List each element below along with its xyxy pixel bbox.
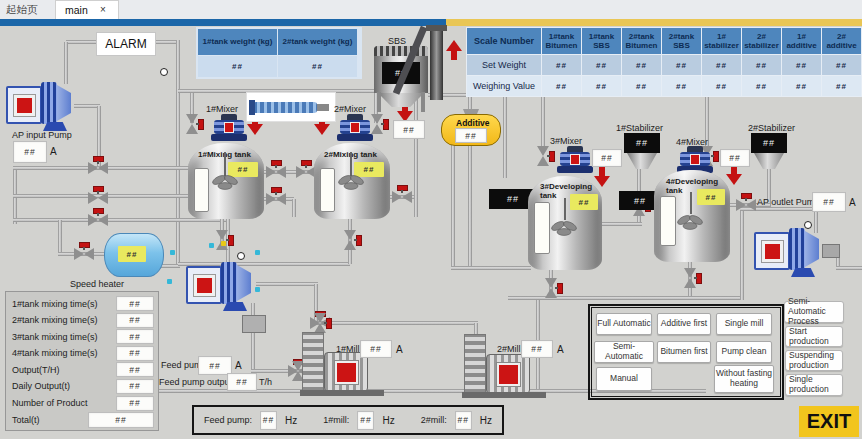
stats-panel: 1#tank mixing time(s)## 2#tank mixing ti… (5, 291, 159, 431)
mill2-value: ## (521, 340, 553, 358)
set-weight-value[interactable]: ## (622, 55, 661, 75)
weight-header: 2#tank weight (kg) (278, 29, 357, 55)
stats-label: 1#tank mixing time(s) (12, 299, 98, 309)
scale-col: 1#tank SBS (582, 28, 621, 54)
valve-icon (314, 313, 326, 333)
set-weight-value[interactable]: ## (742, 55, 781, 75)
indicator-dot (255, 250, 260, 255)
feed-pump-unit: A (235, 360, 242, 371)
mixer1-label: 1#Mixer (206, 104, 238, 114)
mixing-tank2-level (320, 168, 335, 212)
mode-pump-clean-button[interactable]: Pump clean (716, 341, 772, 363)
pipe (503, 95, 507, 178)
arrow-down-icon (726, 165, 742, 185)
stats-row: Total(t)## (12, 413, 154, 427)
indicator-dot (255, 287, 260, 292)
conveyor-column (430, 28, 443, 100)
scale-table: Scale Number 1#tank Bitumen 1#tank SBS 2… (466, 27, 862, 97)
side-start-production-button[interactable]: Start production (785, 326, 843, 347)
ap-input-pump-unit: A (50, 146, 57, 157)
exit-button[interactable]: EXIT (799, 406, 859, 437)
mill1-value: ## (360, 340, 392, 358)
mode-without-fasting-heating-button[interactable]: Without fasting heating (714, 365, 774, 393)
set-weight-value[interactable]: ## (822, 55, 861, 75)
mixer2-label: 2#Mixer (334, 104, 366, 114)
developing-tank3-display: ## (570, 194, 598, 210)
mode-full-automatic-button[interactable]: Full Automatic (596, 313, 652, 335)
weighing-value: ## (622, 76, 661, 96)
side-single-production-button[interactable]: Single production (785, 374, 843, 396)
ap-input-pump-value: ## (13, 141, 47, 163)
mode-additive-first-button[interactable]: Additive first (657, 313, 711, 335)
stats-row: 3#tank mixing time(s)## (12, 330, 154, 343)
side-suspending-production-button[interactable]: Suspending production (785, 350, 843, 371)
propeller-icon (212, 172, 238, 192)
tab-main[interactable]: main × (55, 0, 119, 20)
pipe (292, 199, 296, 217)
weighing-value: ## (662, 76, 701, 96)
scale-col: 1# stabilizer (702, 28, 741, 54)
stats-value: ## (116, 396, 154, 411)
set-weight-value[interactable]: ## (702, 55, 741, 75)
set-weight-value[interactable]: ## (582, 55, 621, 75)
feed-pump-output-unit: T/h (259, 377, 272, 387)
screw-conveyor-image (246, 92, 336, 122)
ap-outlet-pump-unit: A (849, 197, 856, 208)
status-dot (160, 68, 168, 76)
sbs-hopper-grille (374, 46, 428, 56)
valve-icon (392, 191, 412, 203)
freq-label: 1#mill: (323, 415, 349, 425)
alarm-button[interactable]: ALARM (96, 32, 156, 56)
developing-tank4-display: ## (697, 189, 725, 205)
pipe (836, 266, 862, 270)
screw-body (253, 102, 317, 113)
set-weight-value[interactable]: ## (542, 55, 581, 75)
scale-col: 1#tank Bitumen (542, 28, 581, 54)
tab-home[interactable]: 起始页 (6, 3, 38, 17)
freq-value: ## (357, 411, 374, 430)
mill1-unit: A (396, 344, 403, 355)
stats-row: Number of Product## (12, 397, 154, 410)
side-semi-automatic-process-button[interactable]: Semi-Automatic Process (784, 301, 844, 323)
arrow-up-icon (446, 40, 462, 60)
close-icon[interactable]: × (100, 4, 106, 15)
valve-icon (216, 230, 228, 250)
ap-input-pump-label: AP input Pump (12, 130, 72, 140)
set-weight-value[interactable]: ## (662, 55, 701, 75)
hmi-main-screen: { "tab_bar": {"home_tab": "起始页", "main_t… (0, 0, 862, 439)
stats-value: ## (116, 379, 154, 394)
stats-label: Output(T/H) (12, 365, 60, 375)
pipe (451, 266, 531, 270)
valve-icon (88, 214, 108, 226)
weighing-value: ## (822, 76, 861, 96)
speed-heater-label: Speed heater (70, 279, 124, 289)
frequency-bar: Feed pump: ## Hz 1#mill: ## Hz 2#mill: #… (192, 405, 504, 435)
developing-tank4-shaft (690, 192, 692, 214)
valve-icon (344, 230, 356, 250)
indicator-dot (209, 243, 214, 248)
ap-outlet-pump-value: ## (812, 192, 846, 212)
progress-strip-blue (0, 19, 446, 26)
stats-row: 4#tank mixing time(s)## (12, 347, 154, 360)
tab-main-label: main (65, 4, 88, 16)
developing-tank4-level (660, 196, 676, 246)
sbs-label: SBS (388, 36, 406, 46)
stabilizer1-display: ## (624, 133, 660, 153)
mixer3-motor (560, 146, 590, 174)
mode-semi-automatic-button[interactable]: Semi-Automatic (594, 341, 654, 363)
stabilizer1-label: 1#Stabilizer (616, 123, 663, 133)
mode-single-mill-button[interactable]: Single mill (716, 313, 772, 335)
sbs-leg (377, 92, 381, 112)
weighing-value-label: Weighing Value (467, 76, 541, 96)
mode-manual-button[interactable]: Manual (596, 367, 652, 391)
stats-value: ## (116, 329, 154, 344)
mixing-tank1-level (194, 168, 209, 212)
scale-col: 1# additive (782, 28, 821, 54)
mode-bitumen-first-button[interactable]: Bitumen first (657, 341, 711, 363)
mixer4-display: ## (720, 149, 750, 167)
pipe (58, 220, 62, 256)
indicator-dot (170, 250, 175, 255)
set-weight-value[interactable]: ## (782, 55, 821, 75)
scale-col: 2# additive (822, 28, 861, 54)
weight-value: ## (278, 56, 357, 77)
